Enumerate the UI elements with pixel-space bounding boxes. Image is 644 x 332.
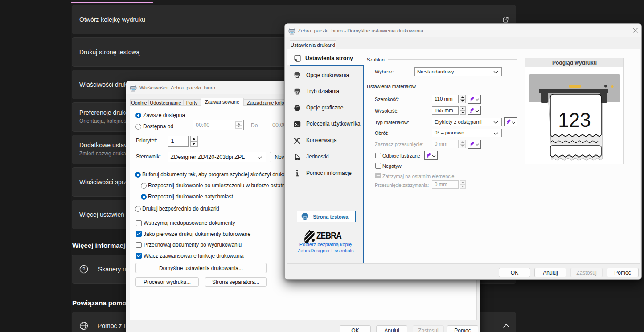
svg-text:123: 123 — [558, 109, 591, 131]
svg-text:?: ? — [82, 267, 85, 272]
